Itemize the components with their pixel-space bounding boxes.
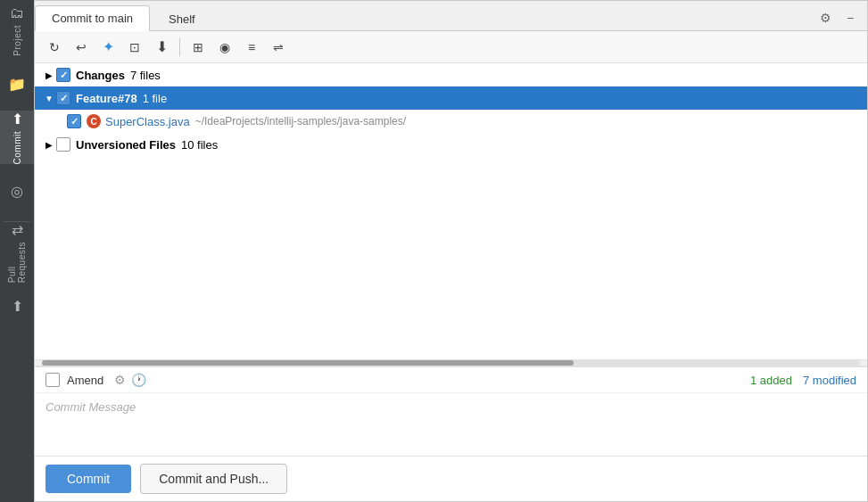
toolbar-separator-1: [179, 38, 180, 56]
amend-checkbox[interactable]: [45, 373, 60, 387]
undo-button[interactable]: ↩: [69, 36, 94, 59]
stat-modified: 7 modified: [803, 374, 856, 387]
commit-button[interactable]: Commit: [45, 465, 131, 493]
minimize-button[interactable]: −: [840, 8, 860, 28]
sidebar-item-commit[interactable]: ⬆ Commit: [0, 111, 34, 164]
changes-expand-arrow: ▶: [42, 68, 56, 82]
scrollbar-track: [42, 360, 860, 366]
commit-icon: ⬆: [12, 111, 23, 128]
changes-group-row[interactable]: ▶ Changes 7 files: [35, 63, 867, 86]
diff-button[interactable]: ⊡: [122, 36, 147, 59]
unversioned-label: Unversioned Files 10 files: [76, 138, 860, 152]
show-button[interactable]: ◉: [212, 36, 237, 59]
stats-area: 1 added 7 modified: [750, 374, 856, 387]
amend-history-icon[interactable]: 🕐: [131, 373, 146, 387]
settings-icon: ⚙: [820, 11, 831, 25]
project-icon: 🗂: [10, 5, 24, 21]
tab-actions: ⚙ −: [808, 4, 867, 30]
sidebar: 🗂 Project 📁 ⬆ Commit ◎ ⇄ Pull Requests ⬆: [0, 0, 34, 502]
file-tree: ▶ Changes 7 files ▼ Feature#78 1 file C …: [35, 63, 867, 359]
amend-label: Amend: [67, 374, 103, 387]
superclass-path: ~/IdeaProjects/intellij-samples/java-sam…: [195, 115, 406, 128]
changes-label: Changes 7 files: [76, 69, 860, 82]
unversioned-group-row[interactable]: ▶ Unversioned Files 10 files: [35, 133, 867, 156]
settings-button[interactable]: ⚙: [815, 8, 835, 28]
feature78-checkbox[interactable]: [56, 91, 70, 105]
bottom-area: Amend ⚙ 🕐 1 added 7 modified Commit Mess…: [35, 366, 867, 501]
sort-button[interactable]: ⇌: [266, 36, 291, 59]
superclass-type-icon: C: [87, 114, 101, 128]
vcs-icon: ◎: [11, 183, 23, 200]
pull-requests-icon: ⇄: [12, 221, 23, 238]
superclass-file-row[interactable]: C SuperClass.java ~/IdeaProjects/intelli…: [35, 110, 867, 133]
toolbar: ↻ ↩ ✦ ⊡ ⬇ ⊞ ◉ ≡ ⇌: [35, 31, 867, 63]
feature78-label: Feature#78 1 file: [76, 92, 860, 105]
changes-count: 7 files: [130, 69, 161, 82]
action-bar: Commit Commit and Push...: [35, 456, 867, 501]
sidebar-item-project[interactable]: 🗂 Project: [0, 4, 34, 57]
sidebar-item-label-pr: Pull Requests: [7, 242, 27, 283]
changes-checkbox[interactable]: [56, 68, 70, 82]
scrollbar-area[interactable]: [35, 359, 867, 366]
update-button[interactable]: ✦: [95, 36, 120, 59]
tab-commit-label: Commit to main: [52, 12, 133, 25]
tab-bar: Commit to main Shelf ⚙ −: [35, 1, 867, 31]
tab-shelf-label: Shelf: [169, 12, 195, 26]
amend-actions: ⚙ 🕐: [114, 373, 146, 387]
unversioned-expand-arrow: ▶: [42, 137, 56, 152]
sidebar-item-vcs[interactable]: ◎: [0, 164, 34, 218]
rollback-button[interactable]: ⬇: [149, 36, 174, 59]
folder-icon: 📁: [8, 76, 26, 93]
sidebar-item-folder[interactable]: 📁: [0, 57, 34, 111]
main-panel: Commit to main Shelf ⚙ − ↻ ↩ ✦ ⊡ ⬇ ⊞ ◉ ≡…: [34, 0, 868, 502]
superclass-checkbox[interactable]: [67, 114, 81, 128]
filter-button[interactable]: ≡: [239, 36, 264, 59]
scrollbar-thumb: [42, 360, 574, 366]
amend-row: Amend ⚙ 🕐 1 added 7 modified: [35, 367, 867, 393]
feature78-count: 1 file: [143, 92, 167, 105]
unversioned-count: 10 files: [181, 138, 218, 152]
amend-settings-icon[interactable]: ⚙: [114, 373, 126, 387]
tab-commit-to-main[interactable]: Commit to main: [35, 5, 150, 31]
sidebar-item-pull-requests[interactable]: ⇄ Pull Requests: [0, 226, 34, 279]
refresh-button[interactable]: ↻: [42, 36, 67, 59]
commit-message-placeholder: Commit Message: [45, 400, 136, 414]
sidebar-item-label-commit: Commit: [12, 131, 22, 164]
feature78-name: Feature#78: [76, 92, 137, 105]
sidebar-item-push[interactable]: ⬆: [0, 279, 34, 333]
unversioned-checkbox[interactable]: [56, 137, 70, 152]
unversioned-name: Unversioned Files: [76, 138, 176, 152]
tab-shelf[interactable]: Shelf: [152, 5, 212, 31]
minimize-icon: −: [847, 11, 854, 25]
stat-added: 1 added: [750, 374, 792, 387]
feature78-group-row[interactable]: ▼ Feature#78 1 file: [35, 86, 867, 110]
group-button[interactable]: ⊞: [186, 36, 211, 59]
superclass-label: SuperClass.java ~/IdeaProjects/intellij-…: [105, 115, 860, 128]
push-icon: ⬆: [12, 298, 23, 315]
sidebar-item-label: Project: [12, 25, 22, 56]
changes-name: Changes: [76, 69, 125, 82]
commit-and-push-button[interactable]: Commit and Push...: [140, 464, 287, 494]
feature78-expand-arrow: ▼: [42, 91, 56, 105]
superclass-filename: SuperClass.java: [105, 115, 190, 128]
commit-message-area[interactable]: Commit Message: [35, 393, 867, 456]
